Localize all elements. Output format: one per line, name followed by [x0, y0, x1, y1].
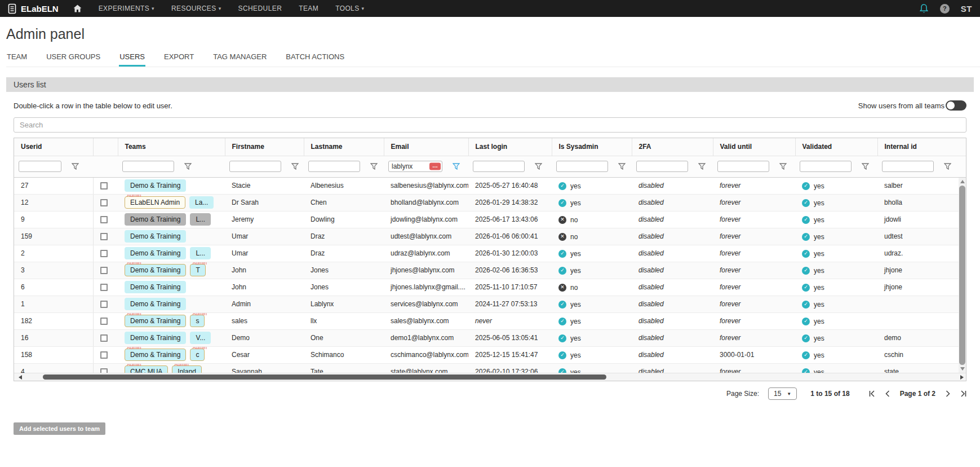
check-circle-icon: ✓: [558, 182, 566, 190]
column-header-email[interactable]: Email: [384, 138, 468, 156]
row-checkbox[interactable]: [100, 182, 108, 190]
table-row[interactable]: 9Demo & TrainingL...JeremyDowlingjdowlin…: [14, 211, 966, 228]
filter-input-valid-until[interactable]: [717, 161, 769, 172]
table-row[interactable]: 2Demo & TrainingL...UmarDrazudraz@lablyn…: [14, 245, 966, 262]
table-row[interactable]: 1Demo & TrainingAdminLablynxservices@lab…: [14, 296, 966, 312]
scroll-left-arrow[interactable]: [19, 375, 22, 380]
filter-input-teams[interactable]: [122, 161, 174, 172]
tab-batch-actions[interactable]: BATCH ACTIONS: [285, 51, 345, 67]
column-header-last-login[interactable]: Last login: [468, 138, 552, 156]
scroll-down-arrow[interactable]: [960, 367, 965, 371]
filter-funnel-icon[interactable]: [618, 163, 626, 170]
table-row[interactable]: 3AdminDemo & TrainingAdminTJohnJonesjhjo…: [14, 262, 966, 279]
admin-flag: Admin: [127, 262, 141, 266]
row-checkbox[interactable]: [100, 301, 108, 308]
app-logo[interactable]: ELabELN: [8, 3, 59, 14]
table-row[interactable]: 182AdminDemo & TrainingAdminssalesllxsal…: [14, 312, 966, 329]
cell-last-login: never: [468, 312, 552, 329]
vertical-scrollbar[interactable]: [959, 178, 966, 373]
filter-input-2fa[interactable]: [636, 161, 688, 172]
row-checkbox[interactable]: [100, 318, 108, 325]
tab-tag-manager[interactable]: TAG MANAGER: [212, 51, 267, 67]
nav-item-scheduler[interactable]: SCHEDULER: [238, 5, 282, 12]
filter-funnel-icon[interactable]: [698, 163, 706, 170]
row-checkbox[interactable]: [100, 216, 108, 223]
horizontal-scrollbar[interactable]: [14, 373, 966, 381]
nav-item-team[interactable]: TEAM: [299, 5, 318, 12]
next-page-button[interactable]: [946, 390, 950, 397]
table-row[interactable]: 6Demo & TrainingJohnJonesjhjones.lablynx…: [14, 279, 966, 296]
row-checkbox[interactable]: [100, 334, 108, 342]
filter-funnel-icon[interactable]: [862, 163, 869, 170]
filter-funnel-icon[interactable]: [72, 163, 79, 170]
table-row[interactable]: 16Demo & TrainingV...DemoOnedemo1@lablyn…: [14, 329, 966, 346]
table-row[interactable]: 12AdminELabELN AdminLa...Dr SarahChenbho…: [14, 194, 966, 211]
filter-input-is-sysadmin[interactable]: [556, 161, 608, 172]
filter-input-lastname[interactable]: [308, 161, 360, 172]
cell-checkbox: [93, 296, 118, 312]
column-header-teams[interactable]: Teams: [118, 138, 225, 156]
filter-funnel-icon[interactable]: [453, 163, 460, 170]
column-header-2fa[interactable]: 2FA: [632, 138, 713, 156]
row-checkbox[interactable]: [100, 284, 108, 291]
page-indicator: Page 1 of 2: [900, 390, 935, 398]
filter-funnel-icon[interactable]: [370, 163, 378, 170]
nav-item-resources[interactable]: RESOURCES▾: [171, 5, 221, 12]
last-page-button[interactable]: [960, 390, 966, 397]
first-page-button[interactable]: [869, 390, 875, 397]
filter-funnel-icon[interactable]: [535, 163, 542, 170]
column-header-internal-id[interactable]: Internal id: [877, 138, 966, 156]
filter-input-userid[interactable]: [19, 161, 61, 172]
cell-internal-id: jhjone: [877, 262, 966, 279]
add-selected-users-button[interactable]: Add selected users to team: [14, 422, 105, 435]
row-checkbox[interactable]: [100, 233, 108, 240]
cell-teams: Demo & TrainingL...: [118, 211, 225, 228]
row-checkbox[interactable]: [100, 351, 108, 359]
cell-firstname: Umar: [225, 228, 304, 245]
column-header-firstname[interactable]: Firstname: [225, 138, 304, 156]
column-header-lastname[interactable]: Lastname: [304, 138, 384, 156]
scroll-up-arrow[interactable]: [960, 180, 965, 183]
filter-input-last-login[interactable]: [473, 161, 525, 172]
nav-item-tools[interactable]: TOOLS▾: [335, 5, 364, 12]
cell-email: bholland@lablynx.com: [384, 194, 468, 211]
table-row[interactable]: 158AdminDemo & TrainingAdmincCesarSchima…: [14, 346, 966, 363]
help-icon[interactable]: ?: [940, 4, 950, 14]
column-header-validated[interactable]: Validated: [795, 138, 877, 156]
user-initials[interactable]: ST: [961, 4, 972, 14]
row-checkbox[interactable]: [100, 250, 108, 257]
search-input[interactable]: [14, 117, 966, 133]
filter-input-firstname[interactable]: [229, 161, 281, 172]
filter-funnel-icon[interactable]: [184, 163, 192, 170]
filter-more-badge[interactable]: …: [429, 163, 441, 170]
filter-funnel-icon[interactable]: [944, 163, 951, 170]
nav-item-experiments[interactable]: EXPERIMENTS▾: [99, 5, 154, 12]
row-checkbox[interactable]: [100, 267, 108, 274]
cell-lastname: Chen: [304, 194, 384, 211]
status-text: yes: [814, 233, 824, 241]
page-size-select[interactable]: 15 ▼: [768, 387, 797, 400]
home-icon[interactable]: [73, 5, 82, 12]
vertical-scroll-thumb[interactable]: [959, 186, 965, 365]
tab-users[interactable]: USERS: [119, 51, 145, 67]
tab-export[interactable]: EXPORT: [163, 51, 194, 67]
column-header-valid-until[interactable]: Valid until: [713, 138, 795, 156]
filter-input-validated[interactable]: [800, 161, 852, 172]
filter-funnel-icon[interactable]: [779, 163, 787, 170]
cell-validated: ✓yes: [795, 177, 877, 194]
column-header-userid[interactable]: Userid: [14, 138, 93, 156]
horizontal-scroll-thumb[interactable]: [43, 375, 606, 380]
scroll-right-arrow[interactable]: [960, 375, 964, 380]
tab-user-groups[interactable]: USER GROUPS: [46, 51, 101, 67]
status-text: yes: [814, 301, 824, 309]
column-header-is-sysadmin[interactable]: Is Sysadmin: [552, 138, 632, 156]
filter-funnel-icon[interactable]: [291, 163, 299, 170]
show-all-teams-toggle[interactable]: [946, 100, 966, 111]
bell-icon[interactable]: [919, 3, 929, 14]
table-row[interactable]: 27Demo & TrainingStacieAlbenesiussalbene…: [14, 177, 966, 194]
prev-page-button[interactable]: [885, 390, 890, 397]
row-checkbox[interactable]: [100, 199, 108, 206]
table-row[interactable]: 159Demo & TrainingUmarDrazudtest@lablynx…: [14, 228, 966, 245]
filter-input-internal-id[interactable]: [882, 161, 934, 172]
tab-team[interactable]: TEAM: [6, 51, 28, 67]
